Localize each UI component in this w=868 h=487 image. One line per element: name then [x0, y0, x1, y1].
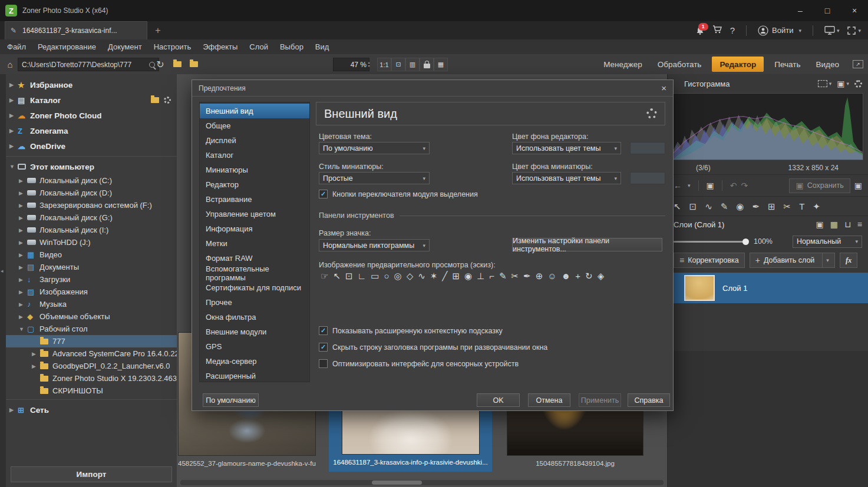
adjustment-button[interactable]: ≡ Корректировка [674, 253, 745, 268]
save-as-icon[interactable]: ▣ [854, 181, 862, 190]
sidebar-item-disk-d[interactable]: ▶Локальный диск (D:) [6, 187, 177, 199]
zoom-mode-button[interactable]: ▥ [405, 58, 420, 71]
checkbox-unchecked[interactable] [319, 359, 328, 368]
maximize-button[interactable]: □ [814, 0, 841, 21]
nav-item-raw-format[interactable]: Формат RAW [200, 251, 309, 266]
display-settings-button[interactable]: ▾ [824, 26, 840, 35]
nav-item-general[interactable]: Общее [200, 118, 309, 133]
mode-manager[interactable]: Менеджер [596, 60, 650, 69]
blend-mode-select[interactable]: Нормальный ▾ [793, 236, 862, 248]
sidebar-item-network[interactable]: ▶⊞Сеть [6, 402, 177, 418]
add-layer-button[interactable]: + Добавить слой ▾ [750, 253, 835, 268]
export-folder-icon[interactable] [171, 54, 184, 74]
expander-icon[interactable]: ▶ [9, 82, 18, 88]
nav-item-other[interactable]: Прочее [200, 295, 309, 310]
new-tab-button[interactable]: + [150, 24, 166, 37]
layer-effects-button[interactable]: fx [840, 253, 857, 268]
nav-item-catalog[interactable]: Каталог [200, 148, 309, 163]
expander-icon[interactable]: ▶ [19, 240, 27, 246]
import-button[interactable]: Импорт [11, 466, 172, 482]
hide-titlebar-checkbox[interactable]: ✓ Скрыть строку заголовка программы при … [319, 343, 547, 352]
histogram-settings-icon[interactable] [854, 80, 862, 88]
extended-tooltip-checkbox[interactable]: ✓ Показывать расширенную контекстную под… [319, 326, 503, 335]
editor-bg-color-swatch[interactable] [630, 142, 665, 154]
open-new-window-icon[interactable]: ↗ [853, 60, 863, 68]
sidebar-item-disk-i[interactable]: ▶Локальный диск (I:) [6, 224, 177, 236]
pointer-tool-icon[interactable]: ↖ [674, 202, 681, 211]
menu-view[interactable]: Вид [315, 42, 329, 51]
zoom-100-button[interactable]: 1:1 [377, 58, 391, 71]
horizontal-scrollbar[interactable] [180, 480, 664, 485]
expander-icon[interactable]: ▶ [9, 97, 18, 103]
menu-select[interactable]: Выбор [280, 42, 303, 51]
expander-icon[interactable]: ▶ [9, 407, 18, 413]
expander-icon[interactable]: ▶ [19, 289, 27, 295]
add-folder-icon[interactable] [151, 97, 159, 103]
cancel-button[interactable]: Отмена [528, 393, 570, 407]
checkbox-checked[interactable]: ✓ [319, 190, 328, 198]
lock-zoom-button[interactable] [420, 58, 434, 71]
expander-icon[interactable]: ▶ [9, 112, 18, 118]
dropper-tool-icon[interactable]: ✒ [752, 202, 760, 211]
sidebar-item-pictures[interactable]: ▶▨Изображения [6, 286, 177, 298]
undo-icon[interactable]: ↶ [730, 181, 737, 190]
mode-editor[interactable]: Редактор [712, 57, 764, 72]
redo-icon[interactable]: ↷ [741, 181, 748, 190]
checkbox-checked[interactable]: ✓ [319, 326, 328, 335]
ok-button[interactable]: OK [477, 393, 520, 407]
menu-document[interactable]: Документ [108, 42, 142, 51]
checkbox-checked[interactable]: ✓ [319, 343, 328, 352]
help-button[interactable]: ? [730, 26, 735, 35]
thumb-style-select[interactable]: Простые▾ [319, 172, 430, 184]
opacity-slider[interactable] [674, 241, 748, 243]
store-button[interactable] [712, 25, 722, 36]
fullscreen-button[interactable]: ▾ [847, 26, 861, 35]
dialog-title-bar[interactable]: Предпочтения × [192, 80, 673, 97]
dialog-close-button[interactable]: × [661, 83, 666, 93]
expander-icon[interactable]: ▶ [32, 351, 40, 357]
defaults-button[interactable]: По умолчанию [203, 393, 259, 407]
menu-effects[interactable]: Эффекты [203, 42, 237, 51]
sidebar-item-catalog[interactable]: ▶▤Каталог [6, 92, 177, 108]
nav-item-certificates[interactable]: Сертификаты для подписи [200, 280, 309, 295]
crop-tool-icon[interactable]: ⊡ [689, 202, 697, 211]
module-buttons-checkbox[interactable]: ✓ Кнопки переключателя модуля выделения [319, 190, 478, 198]
thumb-bg-select[interactable]: Использовать цвет темы▾ [512, 172, 621, 184]
nav-item-external-modules[interactable]: Внешние модули [200, 324, 309, 339]
sidebar-item-disk-f[interactable]: ▶Зарезервировано системой (F:) [6, 199, 177, 211]
effects-tool-icon[interactable]: ✦ [813, 202, 820, 211]
catalog-settings-icon[interactable] [164, 97, 171, 104]
apply-button[interactable]: Применить [579, 393, 621, 407]
expander-icon[interactable]: ▼ [9, 164, 18, 170]
duplicate-layer-icon[interactable]: ▣ [816, 220, 823, 228]
image-view-icon[interactable]: ▣ [707, 181, 714, 190]
icon-size-select[interactable]: Нормальные пиктограммы▾ [319, 239, 430, 251]
expander-icon[interactable]: ▶ [19, 252, 27, 258]
expander-icon[interactable]: ▶ [9, 143, 18, 149]
layer-thumbnail[interactable] [684, 275, 715, 301]
minimize-button[interactable]: – [787, 0, 814, 21]
nav-item-editor[interactable]: Редактор [200, 177, 309, 192]
eye-tool-icon[interactable]: ◉ [736, 202, 744, 211]
new-folder-icon[interactable] [187, 54, 200, 74]
nav-item-helper-programs[interactable]: Вспомогательные программы [200, 266, 309, 280]
histogram-source-button[interactable]: ▣▾ [837, 79, 849, 88]
slider-knob[interactable] [742, 238, 749, 245]
layers-menu-icon[interactable]: ≡ [857, 220, 862, 228]
menu-edit[interactable]: Редактирование [38, 42, 96, 51]
thumb-bg-color-swatch[interactable] [630, 172, 665, 184]
touch-optimize-checkbox[interactable]: Оптимизировать интерфейс для сенсорных у… [319, 359, 519, 368]
sidebar-item-downloads[interactable]: ▶↓Загрузки [6, 273, 177, 286]
sidebar-item-folder-goodbyedpi[interactable]: ▶GoodbyeDPI_0.2.2_Launcher.v6.0 [6, 360, 177, 372]
layer-mask-icon[interactable]: ▦ [830, 220, 838, 228]
editor-bg-select[interactable]: Использовать цвет темы▾ [512, 142, 621, 154]
notifications-button[interactable]: 1 [695, 26, 705, 35]
expander-icon[interactable]: ▼ [19, 326, 27, 332]
expander-icon[interactable]: ▶ [19, 277, 27, 283]
expander-icon[interactable]: ▶ [19, 190, 27, 196]
liquify-tool-icon[interactable]: ∿ [705, 202, 712, 211]
nav-item-gps[interactable]: GPS [200, 339, 309, 354]
zoom-stepper[interactable]: ▴ ▾ [365, 58, 372, 70]
expander-icon[interactable]: ▶ [19, 227, 27, 233]
help-button[interactable]: Справка [628, 393, 670, 407]
